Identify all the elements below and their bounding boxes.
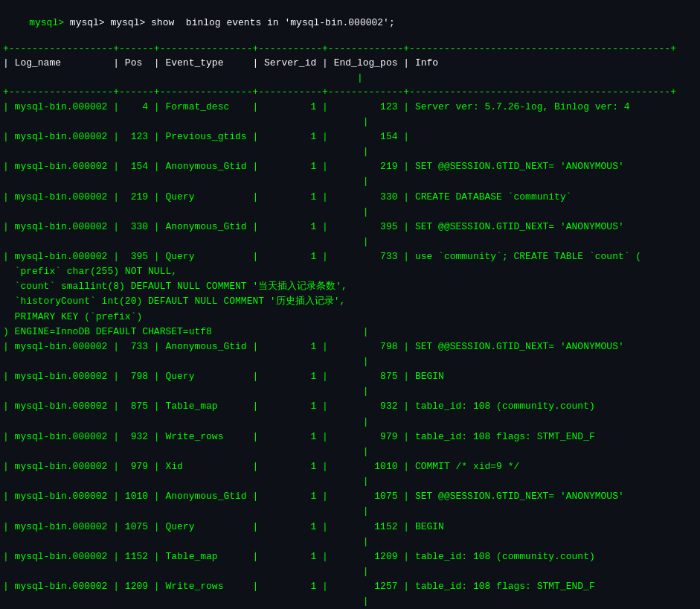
row-1-cont: | [3,115,697,130]
row-11-cont: | [3,504,697,519]
row-4: | mysql-bin.000002 | 219 | Query | 1 | 3… [3,190,697,205]
terminal-window: mysql> mysql> mysql> show binlog events … [0,0,700,609]
multi-row-4: `historyCount` int(20) DEFAULT NULL COMM… [3,294,697,309]
row-7-cont: | [3,384,697,399]
row-12: | mysql-bin.000002 | 1075 | Query | 1 | … [3,520,697,535]
row-13: | mysql-bin.000002 | 1152 | Table_map | … [3,549,697,564]
row-1: | mysql-bin.000002 | 4 | Format_desc | 1… [3,100,697,115]
row-9: | mysql-bin.000002 | 932 | Write_rows | … [3,430,697,444]
row-3: | mysql-bin.000002 | 154 | Anonymous_Gti… [3,159,697,174]
table-header: | Log_name | Pos | Event_type | Server_i… [3,56,697,71]
row-13-cont: | [3,564,697,579]
row-12-cont: | [3,535,697,549]
row-2-cont: | [3,144,697,159]
multi-row-5: PRIMARY KEY (`prefix`) [3,310,697,325]
multi-row-2: `prefix` char(255) NOT NULL, [3,264,697,279]
row-9-cont: | [3,444,697,459]
row-8: | mysql-bin.000002 | 875 | Table_map | 1… [3,399,697,414]
row-2: | mysql-bin.000002 | 123 | Previous_gtid… [3,130,697,144]
row-10-cont: | [3,474,697,489]
row-8-cont: | [3,415,697,430]
row-11: | mysql-bin.000002 | 1010 | Anonymous_Gt… [3,489,697,504]
row-6: | mysql-bin.000002 | 733 | Anonymous_Gti… [3,339,697,354]
row-4-cont: | [3,205,697,220]
multi-row-6: ) ENGINE=InnoDB DEFAULT CHARSET=utf8 | [3,325,697,339]
header-cont: | [3,71,697,86]
command-text: mysql> mysql> show binlog events in 'mys… [70,17,395,28]
prompt: mysql> [29,17,70,28]
row-6-cont: | [3,354,697,369]
row-7: | mysql-bin.000002 | 798 | Query | 1 | 8… [3,369,697,384]
multi-row-start: | mysql-bin.000002 | 395 | Query | 1 | 7… [3,249,697,264]
top-divider: +------------------+------+-------------… [3,42,697,56]
row-14-cont: | [3,594,697,609]
mid-divider: +------------------+------+-------------… [3,86,697,99]
row-14: | mysql-bin.000002 | 1209 | Write_rows |… [3,579,697,594]
multi-row-3: `count` smallint(8) DEFAULT NULL COMMENT… [3,279,697,294]
row-3-cont: | [3,174,697,189]
command-line: mysql> mysql> mysql> show binlog events … [3,6,697,39]
row-5: | mysql-bin.000002 | 330 | Anonymous_Gti… [3,220,697,235]
row-10: | mysql-bin.000002 | 979 | Xid | 1 | 101… [3,459,697,474]
row-5-cont: | [3,235,697,249]
